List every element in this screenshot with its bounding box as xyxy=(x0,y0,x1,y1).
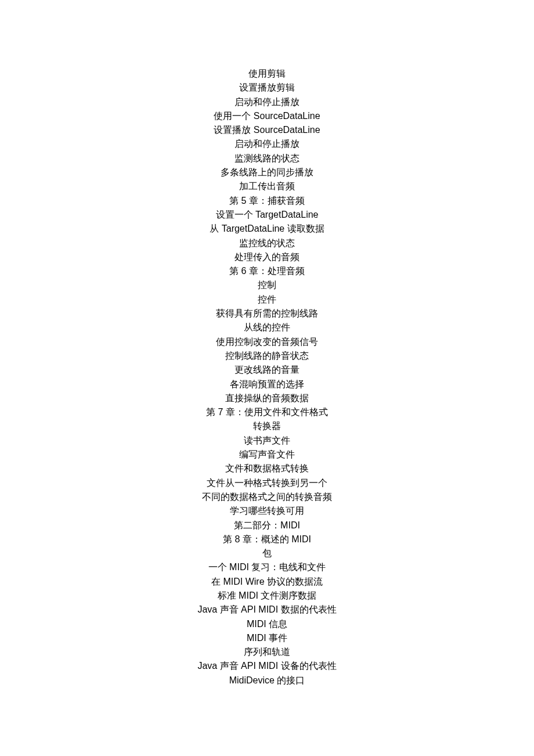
toc-line: 处理传入的音频 xyxy=(234,250,300,264)
toc-line: 控制线路的静音状态 xyxy=(225,349,309,363)
toc-line: 使用一个 SourceDataLine xyxy=(214,109,320,123)
toc-line: 一个 MIDI 复习：电线和文件 xyxy=(208,560,326,574)
toc-line: 序列和轨道 xyxy=(244,645,290,659)
toc-line: 从 TargetDataLine 读取数据 xyxy=(210,222,324,236)
toc-line: 使用剪辑 xyxy=(248,67,286,81)
toc-line: 第二部分：MIDI xyxy=(234,519,300,532)
toc-line: Java 声音 API MIDI 设备的代表性 xyxy=(197,659,336,673)
toc-line: Java 声音 API MIDI 数据的代表性 xyxy=(197,603,336,617)
toc-line: 启动和停止播放 xyxy=(234,137,300,151)
toc-line: 加工传出音频 xyxy=(239,179,295,193)
toc-line: 多条线路上的同步播放 xyxy=(221,165,313,179)
toc-line: 转换器 xyxy=(253,419,281,433)
toc-line: 标准 MIDI 文件测序数据 xyxy=(218,589,317,603)
toc-line: 监控线的状态 xyxy=(239,236,295,250)
toc-line: 学习哪些转换可用 xyxy=(230,504,304,518)
toc-line: 控制 xyxy=(258,278,276,292)
toc-line: 使用控制改变的音频信号 xyxy=(216,335,318,349)
toc-line: 第 8 章：概述的 MIDI xyxy=(223,532,311,546)
toc-line: MidiDevice 的接口 xyxy=(229,674,305,687)
toc-line: 第 6 章：处理音频 xyxy=(229,264,305,278)
toc-line: 编写声音文件 xyxy=(239,448,295,462)
toc-line: 控件 xyxy=(258,293,276,307)
toc-line: 设置播放剪辑 xyxy=(239,81,295,95)
toc-line: 获得具有所需的控制线路 xyxy=(216,307,318,321)
toc-line: 文件从一种格式转换到另一个 xyxy=(207,476,327,490)
toc-line: 文件和数据格式转换 xyxy=(225,462,309,476)
toc-line: 设置一个 TargetDataLine xyxy=(216,208,319,222)
toc-line: 各混响预置的选择 xyxy=(230,377,304,391)
toc-line: 第 5 章：捕获音频 xyxy=(229,194,305,208)
toc-line: 包 xyxy=(262,546,272,560)
toc-line: 直接操纵的音频数据 xyxy=(225,391,309,405)
toc-line: 第 7 章：使用文件和文件格式 xyxy=(206,405,328,419)
toc-line: 更改线路的音量 xyxy=(234,363,300,377)
toc-line: 在 MIDI Wire 协议的数据流 xyxy=(211,575,323,589)
toc-line: MIDI 事件 xyxy=(247,631,287,645)
toc-line: 读书声文件 xyxy=(244,434,290,448)
toc-line: MIDI 信息 xyxy=(247,617,287,631)
toc-line: 监测线路的状态 xyxy=(234,152,300,165)
toc-line: 从线的控件 xyxy=(244,321,290,334)
toc-line: 设置播放 SourceDataLine xyxy=(214,123,320,137)
toc-line: 启动和停止播放 xyxy=(234,95,300,109)
toc-line: 不同的数据格式之间的转换音频 xyxy=(202,490,332,504)
